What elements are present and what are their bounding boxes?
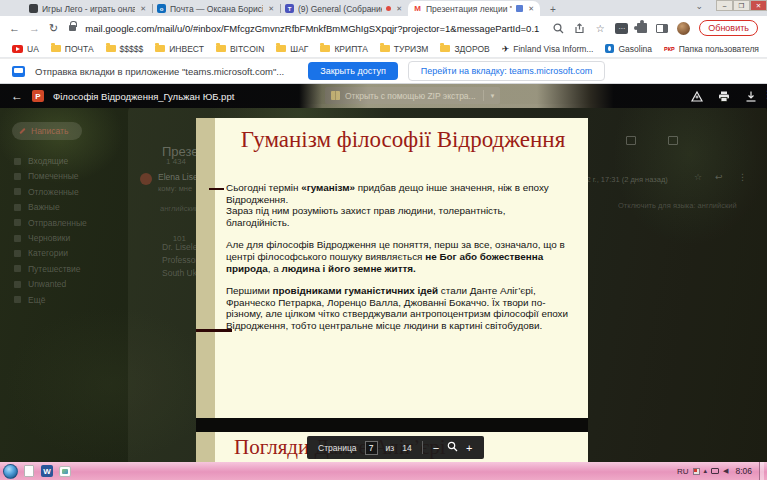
bookmark-item[interactable]: ТУРИЗМ	[374, 44, 435, 54]
print-email-icon[interactable]	[626, 136, 636, 145]
slide-page-7: Гуманізм філософії Відродження Сьогодні …	[196, 118, 588, 418]
gmail-sidebar-item[interactable]: Путешествие	[14, 264, 186, 274]
pkp-icon: РКР	[664, 46, 675, 52]
extensions-puzzle-icon[interactable]	[637, 23, 647, 33]
bookmark-item[interactable]: UA	[6, 44, 45, 54]
add-to-drive-icon[interactable]	[691, 91, 703, 102]
reload-icon[interactable]: ↻	[49, 22, 58, 35]
viewer-more-icon[interactable]: ⋮	[763, 89, 767, 100]
folder-icon	[216, 45, 226, 52]
bookmark-item[interactable]: ЗДОРОВ	[434, 44, 495, 54]
maximize-button[interactable]: ❐	[733, 0, 750, 11]
clock[interactable]: 8:06	[735, 466, 752, 476]
divider	[422, 441, 423, 454]
translate-line: английский	[160, 204, 199, 213]
bookmark-item[interactable]: РКРПапка пользователя	[658, 44, 765, 54]
minimize-button[interactable]: –	[716, 0, 733, 11]
bookmark-item[interactable]: ПОЧТА	[45, 44, 100, 54]
stop-sharing-button[interactable]: Закрыть доступ	[308, 62, 398, 80]
reply-icon[interactable]: ↩	[715, 172, 723, 182]
url-field[interactable]: mail.google.com/mail/u/0/#inbox/FMfcgzGm…	[85, 23, 543, 34]
sidebar-item-icon	[14, 296, 21, 303]
bookmark-item[interactable]: ШАГ	[270, 44, 314, 54]
lego-favicon-icon	[29, 4, 38, 13]
slide-paragraph: Але для філософів Відродження це поняття…	[226, 239, 570, 274]
gmail-sidebar-item[interactable]: Категории	[14, 248, 186, 258]
sidebar-item-label: Отправленные	[28, 218, 186, 228]
bookmark-item[interactable]: Gasolina	[599, 44, 658, 54]
taskbar-notepad-button[interactable]	[22, 464, 36, 478]
share-icon[interactable]	[573, 22, 585, 34]
new-tab-button[interactable]: +	[546, 2, 560, 16]
zoom-out-button[interactable]: −	[433, 442, 439, 454]
gmail-sidebar-item[interactable]: Отправленные	[14, 218, 186, 228]
download-icon[interactable]	[745, 91, 757, 102]
bookmark-item[interactable]: $$$$$	[100, 44, 150, 54]
tab-search-chevron-icon[interactable]: ⌄	[695, 1, 703, 11]
sidebar-item-label: Черновики	[28, 233, 166, 243]
language-indicator[interactable]: RU	[677, 467, 689, 476]
taskbar-word-button[interactable]: W	[40, 464, 54, 478]
forward-icon[interactable]: →	[29, 22, 40, 34]
powerpoint-file-icon: P	[32, 90, 44, 102]
bookmark-star-icon[interactable]: ☆	[594, 22, 606, 34]
translate-dismiss[interactable]: Отключить для языка: английский	[618, 201, 737, 210]
zoom-magnifier-icon[interactable]	[447, 441, 458, 454]
bookmark-label: Gasolina	[618, 44, 652, 54]
sidebar-item-label: Входящие	[28, 156, 159, 166]
tray-expand-icon[interactable]: ▴	[704, 467, 708, 475]
browser-tab-outlook[interactable]: o Почта — Оксана Борисівна Пет ✕	[152, 1, 280, 16]
show-desktop-button[interactable]	[759, 462, 764, 480]
viewer-back-icon[interactable]: ←	[11, 89, 23, 103]
lock-icon[interactable]	[69, 25, 76, 31]
tab-title: Почта — Оксана Борисівна Пет	[170, 4, 263, 14]
side-panel-icon[interactable]	[656, 24, 668, 33]
current-page-input[interactable]: 7	[365, 441, 378, 455]
gmail-sidebar-item[interactable]: Unwanted	[14, 279, 186, 289]
sidebar-item-label: Ещё	[28, 295, 186, 305]
recipient-line: кому: мне	[158, 184, 192, 193]
notification-message: Отправка вкладки в приложение "teams.mic…	[35, 66, 284, 77]
zoom-icon[interactable]	[552, 22, 564, 34]
close-button[interactable]: ✕	[750, 0, 767, 11]
go-to-tab-button[interactable]: Перейти на вкладку: teams.microsoft.com	[408, 61, 606, 81]
bookmark-item[interactable]: КРИПТА	[314, 44, 373, 54]
keyboard-layout-icon[interactable]	[693, 468, 700, 475]
tab-close-icon[interactable]: ✕	[395, 5, 403, 13]
star-icon[interactable]: ☆	[694, 172, 702, 182]
tab-title: (9) General (Собрание) | Mic	[298, 4, 382, 14]
more-icon[interactable]: ⋮	[738, 172, 747, 182]
bookmark-label: $$$$$	[120, 44, 144, 54]
tab-close-icon[interactable]: ✕	[139, 5, 147, 13]
network-icon[interactable]	[711, 468, 719, 474]
gmail-sidebar-item[interactable]: Черновики101	[14, 233, 186, 243]
browser-tab-lego[interactable]: Игры Лего - играть онлайн бес ✕	[24, 1, 152, 16]
browser-tab-teams[interactable]: T (9) General (Собрание) | Mic ✕	[280, 1, 408, 16]
gmail-sidebar-item[interactable]: Ещё	[14, 295, 186, 305]
sidebar-item-icon	[14, 188, 21, 195]
viewer-header: ← P Філософія Відродження_Гульжан ЮБ.ppt	[0, 84, 767, 108]
taskbar-photos-button[interactable]	[58, 464, 72, 478]
compose-button[interactable]: Написать	[12, 122, 82, 140]
print-icon[interactable]	[718, 91, 730, 102]
address-bar-actions: ☆ ⋯ Обновить	[552, 20, 758, 36]
chrome-update-button[interactable]: Обновить	[699, 20, 758, 36]
open-in-new-icon[interactable]	[668, 136, 678, 145]
bookmark-item[interactable]: ИНВЕСТ	[149, 44, 210, 54]
volume-icon[interactable]: ◀	[723, 467, 728, 475]
start-button[interactable]	[3, 464, 18, 479]
tab-close-icon[interactable]: ✕	[267, 5, 275, 13]
sidebar-item-icon	[14, 173, 21, 180]
bookmark-item[interactable]: ✈Finland Visa Inform...	[496, 44, 600, 54]
tab-close-icon[interactable]: ✕	[527, 5, 535, 13]
extension-grid-icon[interactable]: ⋯	[615, 23, 628, 34]
back-icon[interactable]: ←	[9, 22, 20, 34]
bookmark-item[interactable]: BITCOIN	[210, 44, 270, 54]
tab-share-notification: Отправка вкладки в приложение "teams.mic…	[0, 58, 767, 84]
viewer-pagination-bar: Страница 7 из 14 − +	[307, 436, 484, 459]
profile-avatar[interactable]	[677, 22, 690, 35]
zoom-in-button[interactable]: +	[466, 442, 472, 454]
gmail-sidebar-item[interactable]: Входящие1 434	[14, 156, 186, 166]
browser-tab-gmail-active[interactable]: M Презентация лекции "Фило ✕	[408, 1, 540, 16]
gmail-favicon-icon: M	[413, 4, 422, 13]
